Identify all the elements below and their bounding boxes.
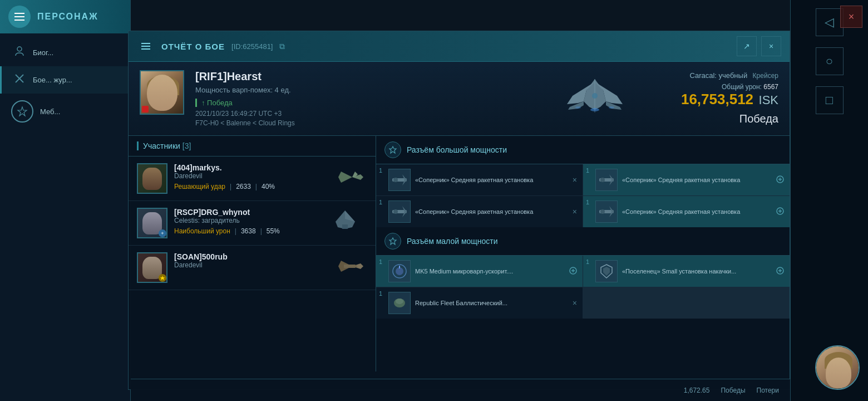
- equip-name: «Соперник» Средняя ракетная установка: [622, 208, 772, 216]
- battle-icon: [13, 73, 26, 87]
- battle-date: 2021/10/23 16:49:27 UTC +3: [195, 110, 522, 118]
- svg-point-38: [600, 209, 605, 214]
- avatar-face: [147, 75, 177, 111]
- equip-add-icon[interactable]: [776, 175, 784, 185]
- equip-name: «Поселенец» Small установка накачки...: [622, 267, 772, 275]
- svg-point-10: [592, 93, 598, 99]
- participants-panel: Участники [3] [404]markys. Daredevil Реш…: [129, 136, 376, 371]
- copy-icon[interactable]: ⧉: [279, 42, 285, 51]
- square-button[interactable]: □: [816, 86, 844, 114]
- modal-actions: ↗ ×: [737, 36, 781, 56]
- sidebar-item-battle[interactable]: Бое... жур...: [0, 66, 130, 94]
- sidebar-label-bio: Биог...: [33, 48, 53, 57]
- low-slots-grid: 1 MK5 Medium микроварп-ускорит....: [376, 256, 790, 319]
- participant-ship: Celestis: заградитель: [174, 217, 316, 224]
- modal-title: ОТЧЁТ О БОЕ: [161, 42, 225, 51]
- participant-name: [SOAN]500rub: [174, 252, 316, 261]
- equip-remove-icon[interactable]: ×: [573, 175, 577, 184]
- equip-name: Republic Fleet Баллистический...: [415, 299, 568, 307]
- sidebar: ПЕРСОНАЖ Биог... Бое... жур... Меб...: [0, 0, 131, 401]
- participant-avatar: [137, 252, 167, 283]
- equip-item[interactable]: 1 MK5 Medium микроварп-ускорит....: [376, 256, 583, 287]
- equip-add-icon[interactable]: [776, 207, 784, 217]
- sidebar-nav: Биог... Бое... жур... Меб...: [0, 33, 130, 135]
- back-button[interactable]: ◁: [816, 8, 844, 36]
- victory-label: Победа: [739, 113, 778, 125]
- modal-export-button[interactable]: ↗: [737, 36, 757, 56]
- equip-item[interactable]: 1 «Соперник» Средняя ракетная установка …: [376, 196, 583, 227]
- equip-item[interactable]: 1 «Поселенец» Small установка накачки...: [583, 256, 790, 287]
- svg-point-52: [396, 299, 403, 304]
- equip-image: [388, 169, 411, 191]
- equip-count: 1: [586, 167, 589, 174]
- high-power-title: Разъём большой мощности: [407, 145, 507, 154]
- damage-label: Общий урон: 6567: [722, 83, 778, 91]
- participant-item[interactable]: + [RSCP]DRG_whynot Celestis: заградитель…: [129, 201, 376, 246]
- sidebar-label-battle: Бое... жур...: [33, 76, 72, 84]
- svg-point-35: [393, 209, 398, 214]
- battle-report-modal: ОТЧЁТ О БОЕ [ID:6255481] ⧉ ↗ × [RIF1]Hea…: [128, 31, 790, 390]
- ship-class: Caracal: учебный Крейсер: [690, 70, 778, 80]
- equip-add-icon[interactable]: [776, 267, 784, 276]
- participant-stats: Наибольший урон | 3638 | 55%: [174, 227, 316, 235]
- avatar-image: [141, 71, 183, 114]
- app-close-button[interactable]: ×: [840, 6, 862, 28]
- participant-avatar: +: [137, 208, 167, 238]
- participant-info: [SOAN]500rub Daredevil: [174, 252, 316, 272]
- low-power-icon: [384, 233, 401, 250]
- equip-name: «Соперник» Средняя ракетная установка: [622, 176, 772, 184]
- equip-item[interactable]: 1 «Соперник» Средняя ракетная установка …: [376, 164, 583, 195]
- equip-remove-icon[interactable]: ×: [573, 299, 577, 307]
- user-avatar: [815, 345, 860, 390]
- svg-point-0: [17, 47, 22, 51]
- sidebar-header: ПЕРСОНАЖ: [0, 0, 130, 33]
- participant-ship-image: [323, 252, 367, 280]
- sidebar-label-medals: Меб...: [40, 107, 60, 116]
- sidebar-title: ПЕРСОНАЖ: [37, 12, 98, 22]
- participant-item[interactable]: [SOAN]500rub Daredevil: [129, 246, 376, 290]
- participants-title: Участники [3]: [137, 141, 367, 150]
- equip-item[interactable]: 1 «Соперник» Средняя ракетная установка: [583, 164, 790, 195]
- equip-remove-icon[interactable]: ×: [573, 207, 577, 216]
- svg-rect-19: [342, 224, 348, 229]
- participant-ship: Daredevil: [174, 261, 316, 269]
- equip-name: MK5 Medium микроварп-ускорит....: [415, 267, 565, 275]
- high-power-header: Разъём большой мощности: [376, 136, 790, 164]
- low-power-header: Разъём малой мощности: [376, 227, 790, 256]
- svg-marker-20: [160, 276, 165, 280]
- sidebar-item-medals[interactable]: Меб...: [0, 94, 130, 129]
- modal-menu-button[interactable]: [137, 37, 155, 55]
- svg-marker-15: [338, 172, 352, 183]
- sidebar-menu-button[interactable]: [8, 6, 31, 28]
- equip-count: 1: [379, 290, 382, 297]
- circle-button[interactable]: ○: [816, 47, 844, 75]
- participant-stats: Решающий удар | 2633 | 40%: [174, 183, 316, 190]
- equip-count: 1: [586, 199, 589, 206]
- low-power-title: Разъём малой мощности: [407, 237, 498, 246]
- participant-item[interactable]: [404]markys. Daredevil Решающий удар | 2…: [129, 157, 376, 201]
- modal-close-button[interactable]: ×: [761, 36, 781, 56]
- equip-item[interactable]: 1 Republic Fleet Баллистический... ×: [376, 287, 583, 319]
- participant-avatar: [137, 163, 167, 194]
- avatar-badge: [142, 106, 149, 113]
- equip-image: [595, 169, 618, 191]
- person-icon: [13, 46, 26, 60]
- svg-point-43: [396, 267, 403, 275]
- ship-svg: [539, 71, 650, 126]
- isk-display: 16,753,512 ISK: [681, 91, 778, 108]
- equip-name: «Соперник» Средняя ракетная установка: [415, 176, 568, 184]
- equip-image: [595, 200, 618, 223]
- equip-add-icon[interactable]: [569, 267, 577, 276]
- svg-marker-3: [18, 107, 27, 116]
- equip-count: 1: [379, 199, 382, 206]
- participant-info: [404]markys. Daredevil Решающий удар | 2…: [174, 163, 316, 190]
- svg-point-11: [590, 108, 599, 111]
- profile-stats: Caracal: учебный Крейсер Общий урон: 656…: [667, 70, 778, 127]
- participants-header: Участники [3]: [129, 136, 376, 157]
- equip-name: «Соперник» Средняя ракетная установка: [415, 208, 568, 216]
- equip-image: [388, 260, 411, 282]
- participant-name: [RSCP]DRG_whynot: [174, 208, 316, 217]
- modal-header: ОТЧЁТ О БОЕ [ID:6255481] ⧉ ↗ ×: [129, 31, 790, 62]
- equip-item[interactable]: 1 «Соперник» Средняя ракетная установка: [583, 196, 790, 227]
- sidebar-item-bio[interactable]: Биог...: [0, 39, 130, 66]
